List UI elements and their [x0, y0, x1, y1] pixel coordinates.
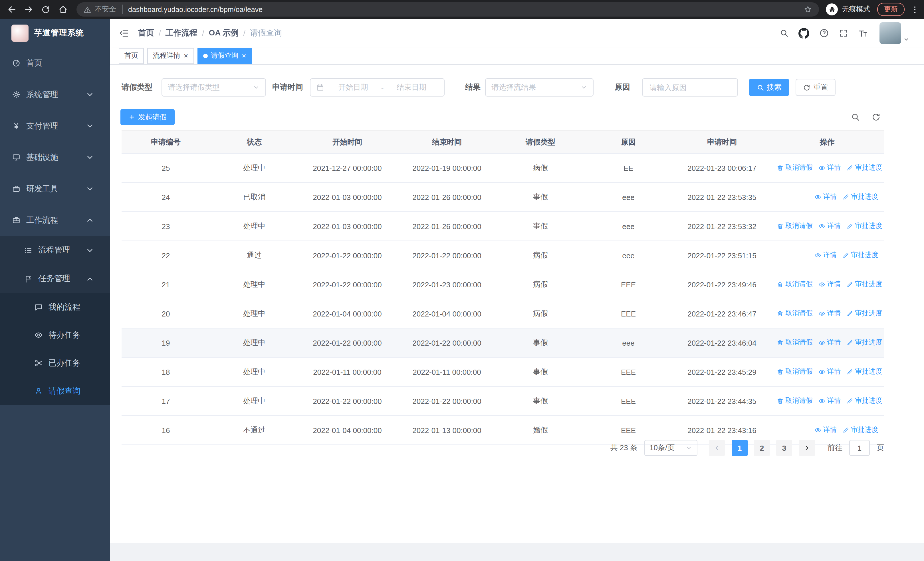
action-cancel-link[interactable]: 取消请假 — [777, 280, 813, 289]
search-toggle-icon[interactable] — [851, 113, 860, 124]
breadcrumb-item[interactable]: OA 示例 — [209, 28, 239, 38]
breadcrumb-item[interactable]: 工作流程 — [165, 28, 198, 38]
sidebar-item-payment-management[interactable]: 支付管理 — [0, 110, 110, 142]
action-detail-link[interactable]: 详情 — [818, 338, 841, 347]
result-select[interactable]: 请选择流结果 — [485, 78, 594, 96]
next-page-button[interactable] — [799, 440, 815, 456]
refresh-icon — [803, 84, 810, 91]
action-cancel-link[interactable]: 取消请假 — [777, 338, 813, 347]
reset-button[interactable]: 重置 — [796, 79, 836, 96]
font-size-icon[interactable] — [858, 28, 867, 38]
page-size-select[interactable]: 10条/页 — [644, 440, 698, 456]
create-leave-button[interactable]: 发起请假 — [120, 109, 175, 125]
sidebar-item-workflow[interactable]: 工作流程 — [0, 205, 110, 236]
action-progress-link[interactable]: 审批进度 — [846, 163, 882, 173]
back-button[interactable] — [3, 2, 20, 17]
cell-end: 2022-01-22 00:00:00 — [396, 241, 498, 270]
table-refresh-icon[interactable] — [872, 113, 880, 124]
action-progress-link[interactable]: 审批进度 — [846, 309, 882, 319]
sidebar-item-task-management[interactable]: 任务管理 — [0, 265, 110, 293]
goto-page-input[interactable] — [849, 440, 870, 456]
apply-time-range[interactable]: 开始日期 - 结束日期 — [310, 78, 445, 96]
action-progress-link[interactable]: 审批进度 — [842, 192, 878, 202]
collapse-sidebar-icon[interactable] — [119, 28, 129, 38]
page-button-2[interactable]: 2 — [754, 440, 770, 456]
action-cancel-link[interactable]: 取消请假 — [777, 163, 813, 173]
reset-button-label: 重置 — [813, 82, 828, 93]
action-cancel-link[interactable]: 取消请假 — [777, 396, 813, 406]
action-progress-link[interactable]: 审批进度 — [846, 338, 882, 347]
security-chip-label: 不安全 — [95, 5, 116, 14]
action-progress-link[interactable]: 审批进度 — [846, 396, 882, 406]
action-detail-link[interactable]: 详情 — [818, 309, 841, 319]
action-cancel-link[interactable]: 取消请假 — [777, 221, 813, 231]
pen-icon — [846, 310, 853, 317]
action-progress-link[interactable]: 审批进度 — [846, 221, 882, 231]
tab-item[interactable]: 流程详情× — [147, 48, 194, 64]
close-tab-icon[interactable]: × — [184, 52, 188, 59]
sidebar-item-todo-tasks[interactable]: 待办任务 — [0, 321, 110, 349]
action-detail-link[interactable]: 详情 — [818, 280, 841, 289]
cell-id: 21 — [122, 270, 210, 299]
action-cancel-link[interactable]: 取消请假 — [777, 309, 813, 319]
header-search-icon[interactable] — [780, 29, 789, 38]
action-progress-link[interactable]: 审批进度 — [842, 251, 878, 260]
tab-item[interactable]: 请假查询× — [197, 48, 252, 64]
action-detail-link[interactable]: 详情 — [814, 251, 837, 260]
home-button[interactable] — [55, 2, 71, 17]
sidebar-item-label: 首页 — [26, 58, 42, 68]
cell-id: 16 — [122, 416, 210, 445]
tab-item[interactable]: 首页 — [119, 48, 144, 64]
column-header: 原因 — [583, 131, 674, 153]
reason-input[interactable] — [642, 78, 738, 96]
incognito-badge: 无痕模式 — [826, 3, 870, 15]
start-date-input[interactable]: 开始日期 — [327, 82, 380, 93]
reload-button[interactable] — [38, 2, 54, 17]
action-detail-link[interactable]: 详情 — [818, 396, 841, 406]
sidebar-item-process-management[interactable]: 流程管理 — [0, 236, 110, 265]
sidebar-item-label: 待办任务 — [48, 330, 81, 340]
help-icon[interactable] — [819, 28, 829, 38]
action-progress-link[interactable]: 审批进度 — [842, 425, 878, 435]
bookmark-star-icon[interactable] — [804, 5, 812, 14]
sidebar-item-leave-query[interactable]: 请假查询 — [0, 377, 110, 405]
sidebar-item-my-process[interactable]: 我的流程 — [0, 293, 110, 321]
close-tab-icon[interactable]: × — [242, 52, 246, 59]
end-date-input[interactable]: 结束日期 — [385, 82, 438, 93]
action-progress-link[interactable]: 审批进度 — [846, 367, 882, 377]
browser-menu-icon[interactable] — [910, 5, 920, 14]
fullscreen-icon[interactable] — [839, 29, 848, 38]
page-button-1[interactable]: 1 — [732, 440, 748, 456]
sidebar-item-done-tasks[interactable]: 已办任务 — [0, 349, 110, 377]
search-button[interactable]: 搜索 — [749, 79, 789, 96]
cell-status: 处理中 — [210, 212, 298, 241]
chevron-left-icon — [713, 444, 720, 451]
cell-id: 17 — [122, 387, 210, 416]
leave-type-select[interactable]: 请选择请假类型 — [162, 78, 266, 96]
leave-type-placeholder: 请选择请假类型 — [168, 82, 220, 93]
table-body: 25处理中2021-12-27 00:00:002022-01-19 00:00… — [122, 153, 884, 445]
sidebar-item-home[interactable]: 首页 — [0, 47, 110, 79]
action-progress-link[interactable]: 审批进度 — [846, 280, 882, 289]
action-detail-link[interactable]: 详情 — [814, 192, 837, 202]
update-button[interactable]: 更新 — [877, 3, 904, 16]
user-menu[interactable] — [879, 22, 909, 44]
eye-icon — [814, 427, 821, 434]
page-button-3[interactable]: 3 — [776, 440, 792, 456]
prev-page-button[interactable] — [709, 440, 725, 456]
action-detail-link[interactable]: 详情 — [818, 163, 841, 173]
scissors-icon — [34, 359, 43, 367]
url-bar[interactable]: 不安全 dashboard.yudao.iocoder.cn/bpm/oa/le… — [76, 2, 819, 17]
sidebar-item-dev-tools[interactable]: 研发工具 — [0, 173, 110, 205]
action-detail-link[interactable]: 详情 — [818, 221, 841, 231]
github-icon[interactable] — [798, 28, 809, 39]
action-detail-link[interactable]: 详情 — [814, 425, 837, 435]
action-cancel-link[interactable]: 取消请假 — [777, 367, 813, 377]
action-label: 详情 — [827, 163, 841, 173]
forward-button[interactable] — [21, 2, 36, 17]
breadcrumb-item[interactable]: 首页 — [138, 28, 154, 38]
security-chip[interactable]: 不安全 — [83, 5, 122, 14]
sidebar-item-infrastructure[interactable]: 基础设施 — [0, 142, 110, 173]
action-detail-link[interactable]: 详情 — [818, 367, 841, 377]
sidebar-item-system-management[interactable]: 系统管理 — [0, 79, 110, 110]
